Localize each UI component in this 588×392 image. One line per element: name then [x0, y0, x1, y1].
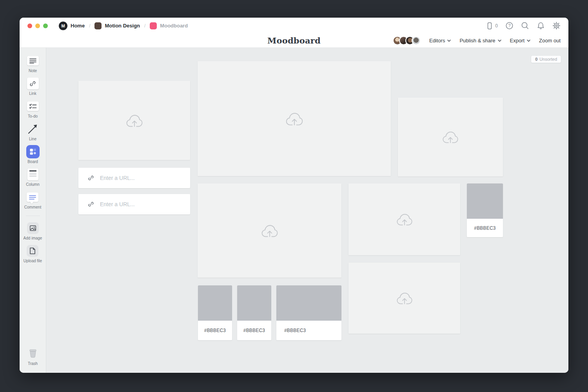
settings-button[interactable] [552, 22, 561, 30]
upload-placeholder[interactable] [198, 183, 341, 278]
device-count: 0 [495, 23, 498, 29]
url-input[interactable] [100, 201, 185, 207]
phone-icon [486, 22, 494, 30]
search-icon [521, 22, 529, 30]
breadcrumb-project[interactable]: Motion Design [94, 22, 140, 29]
window-controls [27, 24, 48, 28]
zoom-out-label: Zoom out [539, 38, 561, 44]
url-card[interactable] [78, 168, 190, 188]
editor-avatars[interactable] [393, 36, 421, 45]
unsorted-label: Unsorted [539, 57, 557, 62]
gear-icon [552, 22, 561, 30]
upload-cloud-icon [396, 291, 414, 305]
trash-dropzone[interactable]: Trash [27, 347, 39, 366]
tool-board-selected[interactable]: Board [26, 145, 40, 164]
toolbar-divider [26, 216, 40, 216]
tool-board-label: Board [27, 160, 38, 164]
link-icon [88, 175, 94, 181]
publish-share-button[interactable]: Publish & share [459, 38, 501, 44]
help-button[interactable]: ? [505, 22, 514, 30]
todo-checklist-icon [29, 103, 37, 109]
upload-cloud-icon [396, 212, 414, 226]
chevron-down-icon [498, 40, 501, 42]
svg-text:?: ? [508, 23, 510, 28]
color-swatch [198, 285, 232, 321]
note-lines-icon [29, 58, 36, 64]
tool-comment-label: Comment [24, 205, 41, 209]
tool-note[interactable]: Note [27, 54, 39, 73]
minimize-window-button[interactable] [35, 24, 40, 28]
editors-label: Editors [429, 38, 445, 44]
url-input[interactable] [100, 175, 185, 181]
unsorted-badge[interactable]: 0 Unsorted [531, 55, 561, 63]
breadcrumb-project-label: Motion Design [105, 23, 140, 29]
comment-bubble-tail [30, 201, 34, 204]
upload-placeholder[interactable] [348, 263, 460, 334]
notifications-button[interactable] [537, 22, 545, 30]
tool-add-image[interactable]: Add image [24, 221, 42, 240]
top-icon-group: 0 ? [486, 22, 561, 30]
tool-add-image-label: Add image [24, 236, 42, 240]
tool-line[interactable]: Line [27, 122, 38, 141]
column-icon [29, 170, 37, 179]
tool-link-label: Link [29, 91, 36, 96]
search-button[interactable] [521, 22, 529, 30]
trash-label: Trash [28, 361, 38, 366]
board-canvas[interactable]: 0 Unsorted [46, 48, 568, 373]
swatch-hex-label: #BBBEC3 [198, 321, 232, 340]
swatch-hex-label: #BBBEC3 [467, 219, 503, 237]
header-actions: Editors Publish & share Export Zoom out [393, 36, 568, 45]
color-swatch-card[interactable]: #BBBEC3 [467, 183, 503, 237]
tool-todo[interactable]: To-do [27, 100, 39, 118]
color-swatch [467, 183, 503, 219]
editors-menu-button[interactable]: Editors [429, 38, 451, 44]
header-top-row: M Home / Motion Design / Moodboard [20, 18, 568, 34]
upload-cloud-icon [125, 113, 144, 128]
avatar [412, 36, 421, 45]
tool-upload-file-label: Upload file [24, 259, 42, 263]
arrow-line-icon [27, 123, 38, 134]
breadcrumb-home[interactable]: M Home [59, 22, 85, 30]
bell-icon [537, 22, 545, 30]
upload-placeholder[interactable] [78, 81, 190, 160]
moodboard-board-icon [150, 22, 157, 29]
project-board-icon [94, 22, 102, 29]
app-body: Note Link [20, 48, 568, 373]
tool-todo-label: To-do [28, 114, 38, 118]
breadcrumb-separator: / [144, 23, 145, 29]
upload-cloud-icon [260, 223, 279, 238]
color-swatch-card[interactable]: #BBBEC3 [237, 285, 271, 340]
export-button[interactable]: Export [510, 38, 531, 44]
app-window: M Home / Motion Design / Moodboard [20, 18, 568, 373]
color-swatch-card[interactable]: #BBBEC3 [198, 285, 232, 340]
zoom-out-button[interactable]: Zoom out [539, 38, 561, 44]
tool-comment[interactable]: Comment [24, 191, 41, 209]
breadcrumb-separator: / [89, 23, 90, 29]
question-circle-icon: ? [505, 22, 514, 30]
upload-placeholder[interactable] [398, 98, 503, 176]
breadcrumb: M Home / Motion Design / Moodboard [59, 22, 188, 30]
upload-placeholder[interactable] [348, 183, 460, 255]
device-preview-button[interactable]: 0 [486, 22, 498, 30]
breadcrumb-current[interactable]: Moodboard [150, 22, 188, 29]
maximize-window-button[interactable] [43, 24, 48, 28]
publish-share-label: Publish & share [459, 38, 495, 44]
tool-upload-file[interactable]: Upload file [24, 244, 42, 263]
export-label: Export [510, 38, 525, 44]
breadcrumb-current-label: Moodboard [160, 23, 188, 29]
link-icon [88, 201, 94, 207]
upload-placeholder[interactable] [198, 61, 391, 176]
breadcrumb-home-label: Home [71, 23, 85, 29]
color-swatch-card[interactable]: #BBBEC3 [276, 285, 341, 340]
close-window-button[interactable] [27, 24, 32, 28]
file-icon [29, 247, 36, 254]
upload-cloud-icon [285, 111, 304, 126]
unsorted-count: 0 [535, 57, 537, 62]
url-card[interactable] [78, 194, 190, 214]
tool-column[interactable]: Column [26, 168, 39, 187]
trash-icon [27, 348, 39, 359]
image-icon [29, 225, 36, 232]
tool-sidebar: Note Link [20, 48, 46, 373]
tool-link[interactable]: Link [27, 77, 39, 96]
swatch-hex-label: #BBBEC3 [276, 321, 341, 340]
